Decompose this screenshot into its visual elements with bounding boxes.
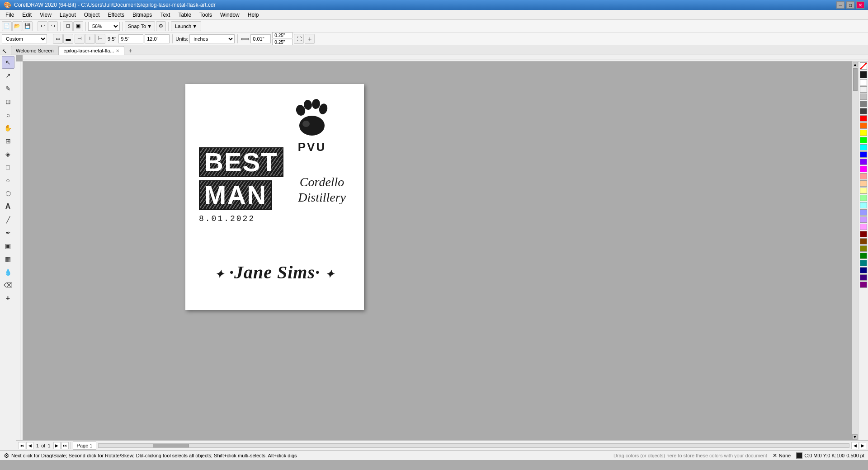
olive-swatch[interactable] [860, 245, 867, 252]
darkgreen-swatch[interactable] [860, 253, 867, 259]
tool-pen[interactable]: ✒ [2, 226, 14, 239]
tool-pattern[interactable]: ▦ [2, 253, 14, 265]
peach-swatch[interactable] [860, 180, 867, 187]
tool-node[interactable]: ◈ [2, 148, 14, 160]
green-swatch[interactable] [860, 137, 867, 143]
tool-crop[interactable]: ⊡ [2, 95, 14, 108]
lightcyan-swatch[interactable] [860, 202, 867, 208]
purple-swatch[interactable] [860, 282, 867, 288]
menu-text[interactable]: Text [156, 11, 174, 19]
tool-dropper[interactable]: 💧 [2, 266, 14, 278]
undo-button[interactable]: ↩ [38, 21, 47, 31]
tool-subpointer[interactable]: ↗ [2, 69, 14, 82]
tool-rectangle[interactable]: □ [2, 161, 14, 174]
preset-select[interactable]: Custom [2, 34, 47, 43]
nudge-y-input[interactable] [272, 39, 292, 45]
indigo-swatch[interactable] [860, 274, 867, 281]
page-landscape[interactable]: ▬ [63, 34, 73, 44]
add-tab-button[interactable]: + [126, 47, 134, 55]
menu-edit[interactable]: Edit [19, 11, 35, 19]
vertical-scrollbar[interactable]: ▲ ▼ [852, 61, 858, 440]
canvas-scroll[interactable]: PVU BEST MAN 8.01.2022 [23, 61, 858, 440]
tab-epilog-close[interactable]: ✕ [116, 48, 119, 53]
tool-eraser[interactable]: ⌫ [2, 279, 14, 291]
tool-ellipse[interactable]: ○ [2, 174, 14, 187]
lavender-swatch[interactable] [860, 216, 867, 223]
lightpink-swatch[interactable] [860, 224, 867, 230]
align-right[interactable]: ⊢ [95, 34, 105, 44]
redo-button[interactable]: ↪ [48, 21, 58, 31]
tool-line[interactable]: ╱ [2, 213, 14, 226]
scroll-right-end[interactable]: ▶ [859, 442, 866, 449]
first-page-button[interactable]: ⏮ [18, 442, 25, 449]
teal-swatch[interactable] [860, 260, 867, 266]
gray-swatch[interactable] [860, 101, 867, 107]
add-page-button[interactable]: + [305, 34, 315, 44]
menu-tools[interactable]: Tools [196, 11, 216, 19]
red-swatch[interactable] [860, 115, 867, 122]
units-select[interactable]: inches mm cm pixels [189, 34, 235, 43]
page-label[interactable]: Page 1 [73, 442, 97, 450]
menu-window[interactable]: Window [217, 11, 243, 19]
view-normal[interactable]: ▣ [73, 21, 83, 31]
nudge-x2-input[interactable] [272, 32, 292, 38]
align-left[interactable]: ⊣ [75, 34, 85, 44]
menu-layout[interactable]: Layout [56, 11, 80, 19]
close-button[interactable]: ✕ [856, 1, 864, 9]
scroll-thumb[interactable] [853, 68, 858, 91]
violet-swatch[interactable] [860, 159, 867, 165]
tool-transform[interactable]: ⊞ [2, 135, 14, 147]
next-page-button[interactable]: ▶ [53, 442, 61, 449]
prev-page-button[interactable]: ◀ [26, 442, 33, 449]
view-outline[interactable]: ⊡ [63, 21, 73, 31]
title-bar-controls[interactable]: ─ □ ✕ [836, 1, 864, 9]
magenta-swatch[interactable] [860, 166, 867, 172]
height-input[interactable] [145, 34, 170, 43]
last-page-button[interactable]: ⏭ [61, 442, 69, 449]
tab-welcome-screen[interactable]: Welcome Screen [11, 46, 59, 55]
menu-bitmaps[interactable]: Bitmaps [129, 11, 156, 19]
menu-object[interactable]: Object [80, 11, 104, 19]
snap-settings-button[interactable]: ⚙ [156, 21, 166, 31]
navy-swatch[interactable] [860, 267, 867, 273]
no-fill-swatch[interactable] [860, 62, 867, 70]
status-settings-icon[interactable]: ⚙ [4, 452, 9, 459]
page-portrait[interactable]: ▭ [53, 34, 63, 44]
width-input[interactable] [118, 34, 143, 43]
orange-swatch[interactable] [860, 122, 867, 129]
tool-plus[interactable]: + [2, 292, 14, 305]
tool-pointer[interactable]: ↖ [2, 56, 14, 69]
white-swatch[interactable] [860, 79, 867, 85]
align-center[interactable]: ⊥ [85, 34, 95, 44]
lightblue-swatch[interactable] [860, 209, 867, 216]
lightgreen-swatch[interactable] [860, 195, 867, 201]
menu-table[interactable]: Table [175, 11, 195, 19]
black-swatch[interactable] [860, 71, 867, 78]
horizontal-scrollbar[interactable] [98, 443, 849, 448]
menu-effects[interactable]: Effects [104, 11, 128, 19]
snap-to-button[interactable]: Snap To ▼ [125, 21, 155, 31]
tool-freehand[interactable]: ✎ [2, 82, 14, 95]
new-button[interactable]: 📄 [2, 21, 12, 31]
silver-swatch[interactable] [860, 94, 867, 100]
menu-file[interactable]: File [2, 11, 18, 19]
tool-zoom2[interactable]: ✋ [2, 122, 14, 134]
scroll-down-button[interactable]: ▼ [852, 434, 858, 440]
yellow-swatch[interactable] [860, 130, 867, 136]
h-scroll-thumb[interactable] [153, 444, 189, 447]
open-button[interactable]: 📂 [12, 21, 22, 31]
minimize-button[interactable]: ─ [836, 1, 844, 9]
tool-zoom[interactable]: ⌕ [2, 108, 14, 121]
darkgray-swatch[interactable] [860, 108, 867, 114]
lightgray-swatch[interactable] [860, 86, 867, 93]
maximize-button[interactable]: □ [846, 1, 854, 9]
launch-button[interactable]: Launch ▼ [171, 21, 201, 31]
zoom-select[interactable]: 56% 25% 50% 75% 100% [88, 22, 120, 31]
lightyellow-swatch[interactable] [860, 188, 867, 194]
menu-view[interactable]: View [36, 11, 55, 19]
tool-fill[interactable]: ▣ [2, 240, 14, 252]
save-button[interactable]: 💾 [23, 21, 33, 31]
scroll-left-end[interactable]: ◀ [851, 442, 859, 449]
maroon-swatch[interactable] [860, 231, 867, 237]
scroll-up-button[interactable]: ▲ [853, 62, 858, 67]
